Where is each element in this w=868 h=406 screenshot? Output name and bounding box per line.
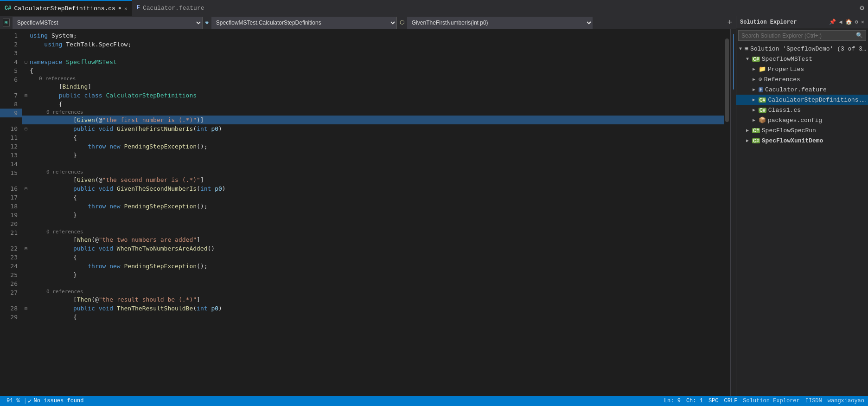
class-select[interactable]: SpecflowMSTest.CalculatorStepDefinitions [211,17,397,29]
se-label-specflow-xunit-demo: SpecFlowXunitDemo [762,137,823,144]
tab-settings-btn[interactable]: ⚙ [856,3,868,13]
tab-feature[interactable]: F Caculator.feature [132,0,209,16]
se-item-packages-config[interactable]: ▶ 📦 packages.config [736,115,868,125]
se-close-icon[interactable]: ✕ [861,19,864,26]
namespace-icon: ⊞ [0,19,13,26]
se-header: Solution Explorer 📌 ◀ 🏠 ⚙ ✕ [736,16,868,28]
expand-class1[interactable]: ▶ [751,107,757,113]
collapse-4[interactable]: ⊟ [22,58,30,66]
add-member-btn[interactable]: + [723,18,736,27]
code-line-2: using TechTalk.SpecFlow; [22,40,724,49]
se-label-solution: Solution 'SpecflowDemo' (3 of 3 pro... [750,45,866,52]
zoom-level[interactable]: 91 % [4,398,23,404]
se-item-calculator-step-def[interactable]: ▶ C# CalculatorStepDefinitions.cs [736,95,868,105]
code-line-11: { [22,133,724,142]
se-header-icons: 📌 ◀ 🏠 ⚙ ✕ [829,19,864,26]
crlf-status[interactable]: CRLF [724,398,738,404]
ch-status[interactable]: Ch: 1 [686,398,703,404]
code-line-15: [Given(@"the second number is (.*)"] [22,175,724,184]
spc-status[interactable]: SPC [708,398,719,404]
line-num-8: 8 [0,100,22,109]
collapse-16[interactable]: ⊟ [22,184,30,193]
code-line-16: ⊟ public void GivenTheSecondNumberIs(int… [22,184,724,193]
line-num-26: 26 [0,279,22,288]
code-line-28: ⊟ public void ThenTheResultShouldBe(int … [22,304,724,313]
code-line-6: [Binding] [22,82,724,91]
expand-packages-config[interactable]: ▶ [751,117,757,123]
line-num-9: 9 [0,109,22,117]
solution-explorer-panel: Solution Explorer 📌 ◀ 🏠 ⚙ ✕ 🔍 ▼ ⊞ Soluti… [736,16,868,396]
ln-status[interactable]: Ln: 9 [664,398,681,404]
code-line-25: } [22,271,724,279]
line-num-24: 24 [0,262,22,271]
expand-properties[interactable]: ▶ [751,66,757,72]
tab-calculator[interactable]: C# CalculatorStepDefinitions.cs ● ✕ [0,0,132,16]
status-check-icon: ✓ [28,397,32,405]
se-item-references[interactable]: ▶ ⊕ References [736,74,868,84]
se-nav-back-icon[interactable]: ◀ [839,19,842,26]
tab-feature-label: Caculator.feature [143,5,204,12]
tab-calculator-close[interactable]: ✕ [124,6,128,12]
collapse-22[interactable]: ⊟ [22,244,30,253]
se-item-solution[interactable]: ▼ ⊞ Solution 'SpecflowDemo' (3 of 3 pro.… [736,44,868,54]
line-num-2: 2 [0,40,22,49]
code-line-26 [22,279,724,288]
code-line-12: throw new PendingStepException(); [22,142,724,151]
se-item-specflow-spec-run[interactable]: ▶ C# SpecFlowSpecRun [736,125,868,135]
line-num-7: 7 [0,91,22,100]
code-line-8: { [22,100,724,109]
method-icon: ⬡ [397,19,407,26]
line-num-6: 6 [0,75,22,84]
se-item-class1[interactable]: ▶ C# Class1.cs [736,105,868,115]
expand-calculator-step-def[interactable]: ▶ [751,97,757,103]
se-item-caculator-feature[interactable]: ▶ F Caculator.feature [736,84,868,95]
code-column[interactable]: using System; using TechTalk.SpecFlow;⊟n… [22,29,724,396]
line-numbers-col: 1234567891011121314151617181920212223242… [0,29,22,396]
editor-toolbar: ⊞ SpecflowMSTest ⊕ SpecflowMSTest.Calcul… [0,16,736,29]
vertical-scrollbar[interactable] [724,29,730,396]
se-search-input[interactable] [741,32,854,39]
expand-specflow-xunit-demo[interactable]: ▶ [745,138,750,143]
se-search-bar[interactable]: 🔍 [738,30,866,41]
namespace-select[interactable]: SpecflowMSTest [13,17,203,29]
se-search-icon: 🔍 [856,32,863,39]
collapse-10[interactable]: ⊟ [22,124,30,133]
line-ref-9 [0,117,22,124]
cs-icon: C# [5,5,11,12]
se-label-class1: Class1.cs [768,107,801,114]
code-line-27: [Then(@"the result should be (.*)"] [22,295,724,304]
expand-specflow-spec-run[interactable]: ▶ [745,128,750,133]
code-line-20 [22,219,724,228]
code-line-21: [When(@"the two numbers are added"] [22,235,724,244]
expand-solution[interactable]: ▼ [738,46,743,52]
se-bottom-label: Solution Explorer [743,398,799,404]
feature-tab-icon: F [137,5,140,11]
method-select[interactable]: GivenTheFirstNumberIs(int p0) [407,17,593,29]
ide-label: IISDN [805,398,822,404]
tab-calculator-label: CalculatorStepDefinitions.cs [14,5,115,12]
code-line-1: using System; [22,31,724,40]
expand-specflow-mstest[interactable]: ▼ [745,57,750,62]
expand-caculator-feature[interactable]: ▶ [751,87,757,92]
code-line-24: throw new PendingStepException(); [22,262,724,271]
line-num-4: 4 [0,58,22,66]
code-line-19: } [22,211,724,219]
line-num-1: 1 [0,31,22,40]
se-title: Solution Explorer [740,19,797,26]
line-num-12: 12 [0,142,22,151]
collapse-28[interactable]: ⊟ [22,304,30,313]
se-pin-icon[interactable]: 📌 [829,19,836,26]
line-num-17: 17 [0,193,22,202]
se-label-caculator-feature: Caculator.feature [765,86,827,93]
se-item-specflow-xunit-demo[interactable]: ▶ C# SpecFlowXunitDemo [736,135,868,146]
line-num-20: 20 [0,219,22,228]
expand-references[interactable]: ▶ [751,77,757,82]
line-num-13: 13 [0,151,22,160]
collapse-7[interactable]: ⊟ [22,91,30,100]
se-item-specflow-mstest[interactable]: ▼ C# SpecflowMSTest [736,54,868,64]
se-home-icon[interactable]: 🏠 [845,19,852,26]
se-item-properties[interactable]: ▶ 📁 Properties [736,64,868,74]
se-label-references: References [764,76,800,83]
code-line-3 [22,49,724,58]
se-settings-icon[interactable]: ⚙ [855,19,858,26]
